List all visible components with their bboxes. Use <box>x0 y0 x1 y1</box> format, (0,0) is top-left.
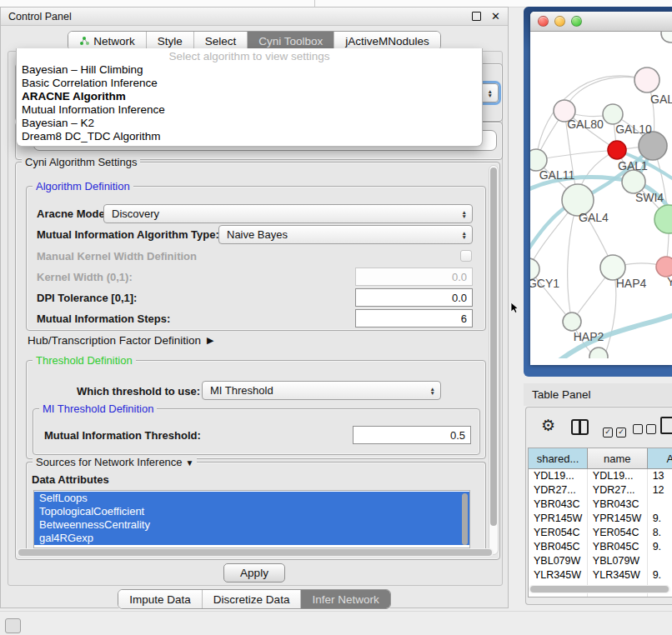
algorithm-option-mutual-information-inference[interactable]: Mutual Information Inference <box>17 103 482 117</box>
settings-vertical-scrollbar-thumb[interactable] <box>490 168 497 526</box>
dock-icon[interactable] <box>5 618 21 633</box>
kernel-width-field[interactable] <box>355 268 473 286</box>
kernel-width-label: Kernel Width (0,1): <box>37 271 133 283</box>
tab-label: Style <box>158 35 183 48</box>
table-cell: YBL079W <box>588 554 648 568</box>
table-row-ylr345w[interactable]: YLR345WYLR345W9. <box>529 568 672 582</box>
aracne-mode-label: Aracne Mode: <box>37 208 108 220</box>
table-cell: YDR27... <box>588 483 648 498</box>
table-cell: YER054C <box>529 526 588 540</box>
gear-icon[interactable]: ⚙ <box>541 418 555 433</box>
dpi-tolerance-label: DPI Tolerance [0,1]: <box>37 292 137 304</box>
attribute-item-topologicalcoefficient[interactable]: TopologicalCoefficient <box>34 505 469 518</box>
tab-network[interactable]: Network <box>68 32 146 50</box>
table-row-ybr045c[interactable]: YBR045CYBR045C9. <box>529 540 672 554</box>
close-window-button[interactable] <box>538 16 549 27</box>
algorithm-definition-group: Algorithm Definition Aracne Mode: Discov… <box>26 186 486 331</box>
network-node-gal[interactable] <box>634 68 659 92</box>
table-row-ydl19[interactable]: YDL19...YDL19...13 <box>529 469 672 483</box>
mi-steps-field[interactable] <box>355 309 473 328</box>
network-node-hap2[interactable] <box>563 312 581 331</box>
network-edge[interactable] <box>568 200 578 322</box>
settings-horizontal-scrollbar-thumb[interactable] <box>18 549 492 556</box>
algorithm-option-bayesian-k2[interactable]: Bayesian – K2 <box>17 117 482 130</box>
table-row-ydr27[interactable]: YDR27...YDR27...12 <box>529 483 672 498</box>
tab-style[interactable]: Style <box>146 32 193 50</box>
tab-label: jActiveMNodules <box>345 35 429 48</box>
network-node-unlabeled-top[interactable] <box>661 32 672 42</box>
combo-arrows-icon: ▲ ▼ <box>488 88 493 98</box>
minimize-window-button[interactable] <box>554 16 565 27</box>
mi-algorithm-type-combo[interactable]: Naive Bayes ▲▼ <box>218 225 473 244</box>
data-attributes-list[interactable]: SelfLoopsTopologicalCoefficientBetweenne… <box>33 490 470 548</box>
network-node-swi4[interactable] <box>622 170 645 193</box>
network-window-titlebar[interactable] <box>530 12 672 32</box>
mi-threshold-definition-group: MI Threshold Definition Mutual Informati… <box>33 408 480 455</box>
table-cell: YBR045C <box>588 540 648 554</box>
tab-select[interactable]: Select <box>193 32 248 50</box>
table-horizontal-scrollbar-thumb[interactable] <box>530 586 669 592</box>
settings-horizontal-scrollbar[interactable] <box>17 548 494 557</box>
table-cell: YPR145W <box>529 512 588 526</box>
hub-definition-disclosure[interactable]: Hub/Transcription Factor Definition ▶ <box>28 334 214 347</box>
cyni-algorithm-settings-group: Cyni Algorithm Settings Algorithm Defini… <box>15 162 500 560</box>
table-panel-title: Table Panel <box>524 383 672 406</box>
network-node-gray-hub[interactable] <box>639 132 667 160</box>
data-attributes-label: Data Attributes <box>32 473 109 486</box>
tab-cyni-toolbox[interactable]: Cyni Toolbox <box>247 32 333 50</box>
manual-kernel-checkbox[interactable] <box>460 250 472 262</box>
mi-algorithm-type-label: Mutual Information Algorithm Type: <box>37 228 219 241</box>
list-scrollbar-thumb[interactable] <box>462 493 468 545</box>
mi-steps-label: Mutual Information Steps: <box>37 312 170 325</box>
network-edge[interactable] <box>536 150 617 160</box>
algorithm-option-aracne-algorithm[interactable]: ARACNE Algorithm <box>17 90 482 103</box>
attribute-item-betweennesscentrality[interactable]: BetweennessCentrality <box>34 518 469 532</box>
network-edge[interactable] <box>604 268 616 358</box>
column-header-shared[interactable]: shared... <box>529 448 588 468</box>
network-node-gal10[interactable] <box>603 104 623 124</box>
disclosure-down-icon[interactable]: ▼ <box>186 458 194 468</box>
attribute-item-gal4rgexp[interactable]: gal4RGexp <box>34 532 469 545</box>
dpi-tolerance-field[interactable] <box>355 288 473 307</box>
algorithm-option-basic-correlation-inference[interactable]: Basic Correlation Inference <box>17 77 482 90</box>
disclosure-right-icon[interactable]: ▶ <box>207 335 213 346</box>
column-header-a[interactable]: A <box>648 448 672 468</box>
aracne-mode-combo[interactable]: Discovery ▲▼ <box>103 204 473 223</box>
close-panel-icon[interactable]: ✕ <box>491 12 500 22</box>
network-node-unlabeled-bottom[interactable] <box>589 348 608 358</box>
tab-jactivemnodules[interactable]: jActiveMNodules <box>333 32 440 50</box>
table-row-ybr043c[interactable]: YBR043CYBR043C <box>529 498 672 512</box>
network-node-gal1[interactable] <box>608 141 626 159</box>
table-horizontal-scrollbar[interactable] <box>529 585 670 593</box>
hide-columns-icon[interactable] <box>633 422 659 438</box>
bottom-tab-impute-data[interactable]: Impute Data <box>118 590 202 608</box>
document-icon[interactable] <box>660 417 672 434</box>
node-label-hap2: HAP2 <box>574 330 604 343</box>
network-node-bright-green[interactable] <box>654 205 672 233</box>
table-row-ypr145w[interactable]: YPR145WYPR145W9. <box>529 512 672 526</box>
column-header-name[interactable]: name <box>588 448 648 468</box>
network-canvas[interactable]: GALGAL80GAL10GAL1GAL11SWI4GAL4GCY1HAP4YH… <box>530 32 672 358</box>
node-label-gal1: GAL1 <box>618 159 648 172</box>
node-attribute-table: shared...nameA YDL19...YDL19...13YDR27..… <box>528 448 672 598</box>
table-cell: YDR27... <box>529 483 588 498</box>
zoom-window-button[interactable] <box>571 16 582 27</box>
mi-threshold-field[interactable] <box>353 426 471 444</box>
apply-button[interactable]: Apply <box>223 563 285 582</box>
aracne-mode-value: Discovery <box>112 208 159 220</box>
table-row-yer054c[interactable]: YER054CYER054C8. <box>529 526 672 540</box>
network-node-y[interactable] <box>656 257 672 277</box>
algorithm-option-dream8-dc-tdc-algorithm[interactable]: Dream8 DC_TDC Algorithm <box>17 130 482 143</box>
float-panel-icon[interactable] <box>472 12 481 21</box>
table-row-ybl079w[interactable]: YBL079WYBL079W <box>529 554 672 568</box>
which-threshold-combo[interactable]: MI Threshold ▲▼ <box>202 381 441 400</box>
tab-label: Cyni Toolbox <box>258 35 323 48</box>
bottom-tab-discretize-data[interactable]: Discretize Data <box>202 590 301 608</box>
settings-vertical-scrollbar[interactable] <box>489 165 499 555</box>
show-columns-icon[interactable]: ✓✓ <box>603 422 629 438</box>
split-view-icon[interactable] <box>571 419 589 435</box>
attribute-item-selfloops[interactable]: SelfLoops <box>34 492 469 505</box>
algorithm-option-bayesian-hill-climbing[interactable]: Bayesian – Hill Climbing <box>17 63 482 77</box>
bottom-tab-infer-network[interactable]: Infer Network <box>300 590 389 608</box>
control-panel-title: Control Panel <box>8 11 472 22</box>
